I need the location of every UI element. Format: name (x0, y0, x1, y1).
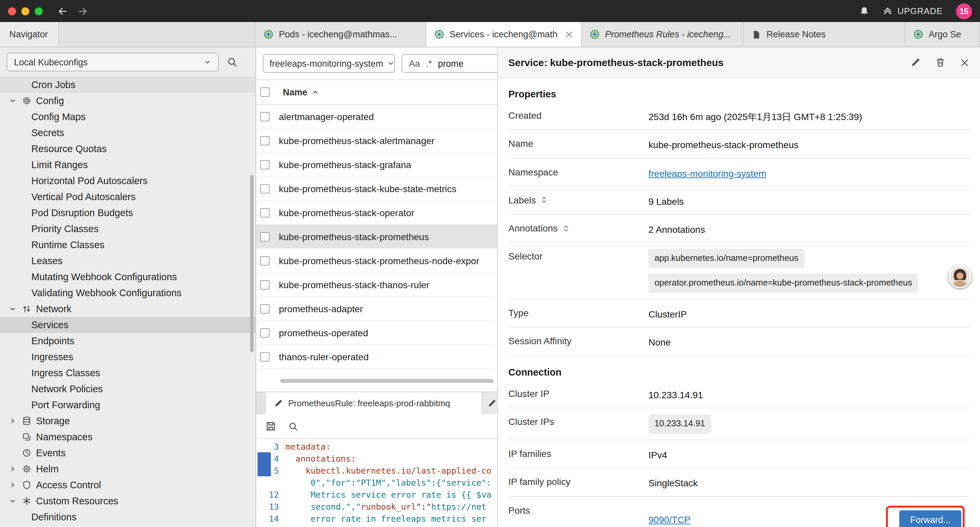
row-checkbox[interactable] (260, 352, 269, 361)
search-input[interactable] (438, 58, 485, 68)
table-row[interactable]: kube-prometheus-stack-prometheus (256, 225, 497, 249)
sidebar-item-endpoints[interactable]: Endpoints (0, 333, 256, 349)
table-row[interactable]: kube-prometheus-stack-operator (256, 201, 497, 225)
row-checkbox[interactable] (260, 256, 269, 265)
select-all-checkbox[interactable] (260, 88, 269, 97)
sidebar-item-priority-classes[interactable]: Priority Classes (0, 221, 256, 237)
table-row[interactable]: kube-prometheus-stack-grafana (256, 153, 497, 177)
chevron-right-icon[interactable] (7, 481, 19, 489)
sidebar-item-ingress-classes[interactable]: Ingress Classes (0, 365, 256, 381)
editor-tab-prometheusrule[interactable]: PrometheusRule: freeleaps-prod-rabbitmq (266, 392, 482, 414)
sidebar-item-custom-resources[interactable]: Custom Resources (0, 493, 256, 509)
line-content: metadata: (283, 441, 331, 451)
tab-release-notes[interactable]: Release Notes (744, 22, 905, 47)
row-checkbox[interactable] (260, 208, 269, 217)
row-checkbox[interactable] (260, 160, 269, 169)
row-checkbox[interactable] (260, 136, 269, 145)
chevron-down-icon[interactable] (7, 305, 19, 313)
sidebar-scrollbar[interactable] (250, 175, 253, 352)
minimize-window-button[interactable] (21, 7, 29, 15)
chevron-right-icon[interactable] (7, 417, 19, 425)
upgrade-button[interactable]: UPGRADE (883, 6, 943, 16)
sidebar-item-cron-jobs[interactable]: Cron Jobs (0, 77, 256, 93)
tab-prometheus-rules-icecheng[interactable]: Prometheus Rules - icecheng... (582, 22, 744, 47)
table-row[interactable]: kube-prometheus-stack-alertmanager (256, 129, 497, 153)
sidebar-item-services[interactable]: Services (0, 317, 256, 333)
editor-tab-partial[interactable] (482, 392, 497, 414)
user-avatar[interactable] (949, 266, 971, 288)
table-row[interactable]: kube-prometheus-stack-kube-state-metrics (256, 177, 497, 201)
forward-icon[interactable] (77, 6, 88, 16)
row-checkbox[interactable] (260, 328, 269, 337)
sidebar-item-pod-disruption-budgets[interactable]: Pod Disruption Budgets (0, 205, 256, 221)
kubeconfig-selector[interactable]: Local Kubeconfigs (7, 53, 219, 72)
table-row[interactable]: alertmanager-operated (256, 105, 497, 129)
sidebar-item-config[interactable]: Config (0, 93, 256, 109)
sidebar-search-icon[interactable] (227, 57, 237, 67)
sidebar-item-events[interactable]: Events (0, 445, 256, 461)
table-row[interactable]: thanos-ruler-operated (256, 345, 497, 369)
chevron-right-icon[interactable] (7, 465, 19, 473)
namespace-link[interactable]: freeleaps-monitoring-system (648, 168, 766, 178)
expand-toggle-icon[interactable] (541, 196, 548, 204)
sidebar-item-definitions[interactable]: Definitions (0, 509, 256, 525)
table-row[interactable]: prometheus-adapter (256, 297, 497, 321)
sidebar-item-network[interactable]: Network (0, 301, 256, 317)
sidebar-item-helm[interactable]: Helm (0, 461, 256, 477)
expand-toggle-icon[interactable] (562, 224, 570, 232)
tab-pods-icecheng-mathmas[interactable]: Pods - icecheng@mathmas... (256, 22, 426, 47)
yaml-editor[interactable]: 3metadata:4annotations:5kubectl.kubernet… (256, 439, 497, 527)
close-tab-icon[interactable] (565, 30, 573, 38)
sidebar-item-validating-webhook-configurations[interactable]: Validating Webhook Configurations (0, 285, 256, 301)
editor-search-icon[interactable] (288, 421, 298, 431)
table-row[interactable]: kube-prometheus-stack-thanos-ruler (256, 273, 497, 297)
sidebar-item-config-maps[interactable]: Config Maps (0, 109, 256, 125)
navigator-tab[interactable]: Navigator (0, 22, 59, 47)
sidebar-item-horizontal-pod-autoscalers[interactable]: Horizontal Pod Autoscalers (0, 173, 256, 189)
sidebar-item-namespaces[interactable]: Namespaces (0, 429, 256, 445)
property-label-text: Cluster IP (508, 388, 549, 399)
forward-button-wrap: Forward... (899, 510, 961, 527)
sort-ascending-icon[interactable] (312, 88, 319, 96)
horizontal-scrollbar[interactable] (280, 379, 494, 383)
chevron-down-icon[interactable] (7, 497, 19, 505)
close-icon[interactable] (960, 58, 969, 67)
row-checkbox[interactable] (260, 112, 269, 121)
edit-icon[interactable] (911, 57, 921, 67)
notifications-bell-icon[interactable] (859, 6, 869, 16)
sidebar-item-ingresses[interactable]: Ingresses (0, 349, 256, 365)
port-link[interactable]: 9090/TCP (648, 513, 690, 527)
tab-argo-se[interactable]: Argo Se (905, 22, 980, 47)
table-row[interactable]: prometheus-operated (256, 321, 497, 345)
column-header-name[interactable]: Name (283, 87, 307, 97)
sidebar-item-runtime-classes[interactable]: Runtime Classes (0, 237, 256, 253)
tab-services-icecheng-math[interactable]: Services - icecheng@math... (426, 22, 582, 47)
sidebar-item-storage[interactable]: Storage (0, 413, 256, 429)
row-checkbox[interactable] (260, 232, 269, 241)
sidebar-item-leases[interactable]: Leases (0, 253, 256, 269)
back-icon[interactable] (57, 6, 68, 16)
kubeconfig-selector-value: Local Kubeconfigs (14, 57, 88, 67)
row-checkbox[interactable] (260, 184, 269, 193)
sidebar-item-secrets[interactable]: Secrets (0, 125, 256, 141)
save-icon[interactable] (266, 421, 276, 431)
chevron-down-icon[interactable] (7, 97, 19, 105)
forward-button[interactable]: Forward... (899, 510, 961, 527)
table-row[interactable]: kube-prometheus-stack-prometheus-node-ex… (256, 249, 497, 273)
sidebar-item-mutating-webhook-configurations[interactable]: Mutating Webhook Configurations (0, 269, 256, 285)
row-checkbox[interactable] (260, 280, 269, 289)
namespace-filter-select[interactable]: freeleaps-monitoring-system (263, 54, 395, 73)
sidebar-item-network-policies[interactable]: Network Policies (0, 381, 256, 397)
notification-count-badge[interactable]: 15 (956, 3, 972, 19)
delete-icon[interactable] (935, 57, 945, 67)
match-case-toggle[interactable]: Aa (409, 58, 420, 68)
sidebar-item-limit-ranges[interactable]: Limit Ranges (0, 157, 256, 173)
sidebar-item-vertical-pod-autoscalers[interactable]: Vertical Pod Autoscalers (0, 189, 256, 205)
sidebar-item-port-forwarding[interactable]: Port Forwarding (0, 397, 256, 413)
sidebar-item-access-control[interactable]: Access Control (0, 477, 256, 493)
maximize-window-button[interactable] (35, 7, 43, 15)
row-checkbox[interactable] (260, 304, 269, 313)
close-window-button[interactable] (8, 7, 16, 15)
sidebar-item-resource-quotas[interactable]: Resource Quotas (0, 141, 256, 157)
regex-toggle[interactable]: .* (426, 58, 432, 68)
